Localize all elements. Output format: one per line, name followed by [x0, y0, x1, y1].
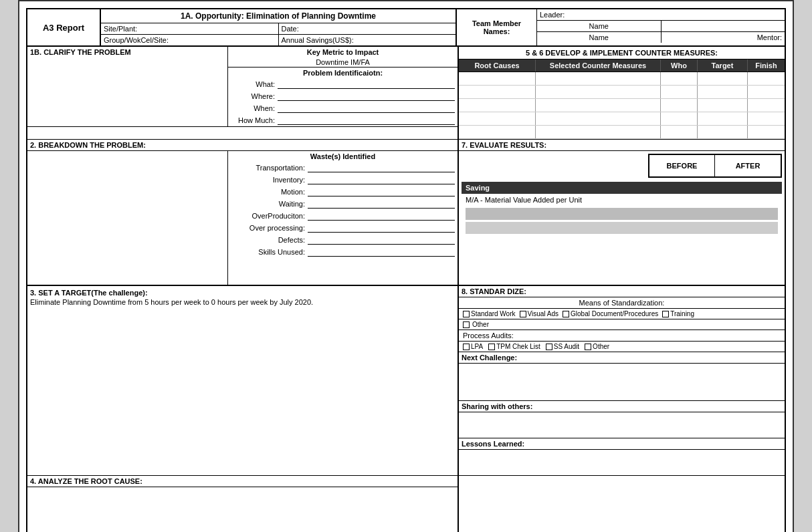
transportation-input[interactable]	[308, 163, 455, 172]
global-doc-checkbox[interactable]: Global Document/Procedures	[563, 310, 658, 317]
cm-cell-selected[interactable]	[536, 86, 661, 98]
cm-cell-finish[interactable]	[748, 112, 785, 125]
cm-cell-finish[interactable]	[748, 72, 785, 85]
other-audit-checkbox[interactable]: Other	[585, 343, 609, 350]
training-checkbox[interactable]: Training	[662, 310, 694, 317]
site-plant-field[interactable]: Site/Plant:	[101, 23, 279, 34]
cm-cell-who[interactable]	[661, 99, 698, 112]
cm-root-header: Root Causes	[459, 59, 536, 72]
a3-report-label: A3 Report	[27, 9, 101, 45]
defects-input[interactable]	[308, 235, 455, 245]
counter-measures-title: 5 & 6 DEVELOP & IMPLEMENT COUNTER MEASUR…	[459, 47, 785, 59]
when-input[interactable]	[278, 104, 455, 113]
lpa-label: LPA	[471, 343, 483, 350]
where-label: Where:	[231, 92, 278, 100]
cm-row[interactable]	[459, 99, 785, 112]
other-cb[interactable]	[463, 321, 470, 328]
tpm-label: TPM Chek List	[496, 343, 540, 350]
what-label: What:	[231, 80, 278, 88]
cm-cell-selected[interactable]	[536, 99, 661, 112]
motion-input[interactable]	[308, 187, 455, 196]
cm-cell-who[interactable]	[661, 72, 698, 85]
motion-label: Motion:	[231, 188, 308, 196]
transportation-label: Transportation:	[231, 164, 308, 172]
name1-value[interactable]	[662, 21, 785, 31]
cm-cell-root[interactable]	[459, 126, 536, 138]
cm-cell-target[interactable]	[698, 112, 748, 125]
visual-ads-cb[interactable]	[520, 311, 526, 317]
problem-id-title: Problem Identificaiotn:	[228, 67, 458, 78]
cm-row[interactable]	[459, 72, 785, 86]
cm-cell-root[interactable]	[459, 86, 536, 98]
key-metric-label: Key Metric to Impact	[228, 47, 458, 57]
skills-unused-input[interactable]	[308, 247, 455, 257]
cm-cell-finish[interactable]	[748, 126, 785, 138]
where-input[interactable]	[278, 92, 455, 101]
cm-row[interactable]	[459, 126, 785, 139]
standard-work-cb[interactable]	[463, 311, 470, 317]
next-challenge-content[interactable]	[459, 364, 785, 400]
how-much-label: How Much:	[231, 116, 278, 124]
what-input[interactable]	[278, 80, 455, 89]
name2-field[interactable]: Name	[537, 32, 662, 43]
cm-cell-target[interactable]	[698, 126, 748, 138]
training-cb[interactable]	[662, 311, 669, 317]
cm-cell-who[interactable]	[661, 86, 698, 98]
training-label: Training	[670, 310, 694, 317]
cm-cell-root[interactable]	[459, 72, 536, 85]
when-label: When:	[231, 104, 278, 112]
section-4-title: 4. ANALYZE THE ROOT CAUSE:	[27, 476, 458, 487]
saving-item: M/A - Material Value Added per Unit	[462, 194, 782, 206]
tpm-cb[interactable]	[488, 344, 495, 350]
sharing-content[interactable]	[459, 412, 785, 438]
saving-header: Saving	[462, 182, 782, 194]
lpa-cb[interactable]	[463, 344, 470, 350]
cm-cell-selected[interactable]	[536, 72, 661, 85]
overprocessing-input[interactable]	[308, 223, 455, 233]
other-audit-cb[interactable]	[585, 344, 591, 350]
waiting-input[interactable]	[308, 199, 455, 209]
cm-cell-target[interactable]	[698, 99, 748, 112]
cm-cell-who[interactable]	[661, 112, 698, 125]
inventory-input[interactable]	[308, 175, 455, 184]
lpa-checkbox[interactable]: LPA	[463, 343, 483, 350]
section-3-text: Eliminate Planning Downtime from 5 hours…	[30, 298, 455, 306]
section-7-title: 7. EVALUATE RESULTS:	[459, 140, 785, 151]
other-label: Other	[472, 321, 489, 328]
global-doc-cb[interactable]	[563, 311, 569, 317]
how-much-input[interactable]	[278, 116, 455, 125]
cm-cell-root[interactable]	[459, 99, 536, 112]
waiting-label: Waiting:	[231, 200, 308, 208]
tpm-checkbox[interactable]: TPM Chek List	[488, 343, 540, 350]
cm-row[interactable]	[459, 112, 785, 126]
standard-work-label: Standard Work	[471, 310, 516, 317]
section-3-title: 3. SET A TARGET(The challenge):	[30, 289, 455, 297]
ss-audit-label: SS Audit	[554, 343, 579, 350]
cm-cell-target[interactable]	[698, 72, 748, 85]
standard-work-checkbox[interactable]: Standard Work	[463, 310, 516, 317]
cm-cell-selected[interactable]	[536, 126, 661, 138]
overproduction-input[interactable]	[308, 211, 455, 221]
ss-audit-cb[interactable]	[546, 344, 552, 350]
ss-audit-checkbox[interactable]: SS Audit	[546, 343, 579, 350]
name1-field[interactable]: Name	[537, 21, 662, 31]
date-field[interactable]: Date:	[279, 23, 456, 34]
root-cause-content[interactable]	[27, 487, 458, 532]
cm-row[interactable]	[459, 86, 785, 99]
lessons-content[interactable]	[459, 450, 785, 475]
means-label: Means of Standardization:	[459, 297, 785, 309]
cm-cell-finish[interactable]	[748, 99, 785, 112]
cm-cell-selected[interactable]	[536, 112, 661, 125]
section-2-title: 2. BREAKDOWN THE PROBLEM:	[27, 140, 458, 151]
group-wokcel-field[interactable]: Group/WokCel/Site:	[101, 35, 279, 45]
team-member-label: Team Member Names:	[457, 9, 537, 45]
cm-cell-root[interactable]	[459, 112, 536, 125]
cm-finish-header: Finish	[748, 59, 785, 72]
cm-cell-finish[interactable]	[748, 86, 785, 98]
annual-savings-field[interactable]: Annual Savings(US$):	[279, 35, 456, 45]
cm-cell-target[interactable]	[698, 86, 748, 98]
key-metric-value: Downtime IM/FA	[228, 57, 458, 67]
cm-cell-who[interactable]	[661, 126, 698, 138]
visual-ads-checkbox[interactable]: Visual Ads	[520, 310, 559, 317]
cm-data-rows	[459, 72, 785, 139]
